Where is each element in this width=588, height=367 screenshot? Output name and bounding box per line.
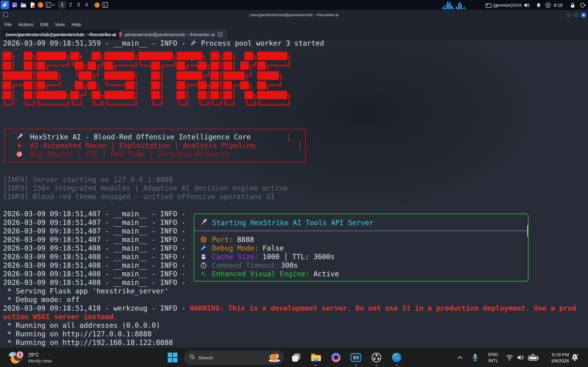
edge-icon[interactable] (391, 351, 403, 364)
log-line: 2026-03-09 09:18:51,408 - __main__ - INF… (3, 252, 185, 261)
tray-chevron-up-icon[interactable] (456, 351, 465, 364)
tab-bar: (venv)pentesterclub@pentesterclub: ~/hex… (0, 28, 588, 40)
menu-file[interactable]: File (4, 22, 12, 27)
menu-help[interactable]: Help (71, 22, 81, 27)
weather-widget[interactable]: 3 29°C Mostly clear (7, 348, 52, 367)
server-box-title: Starting HexStrike AI Tools API Server (212, 219, 373, 227)
file-manager-icon[interactable] (20, 2, 26, 8)
minimize-button[interactable] (566, 13, 571, 18)
search-placeholder: Search (198, 355, 267, 360)
terminal-titlebar[interactable]: $_ (venv)pentesterclub@pentesterclub: ~/… (0, 10, 588, 20)
text-editor-icon[interactable] (29, 2, 36, 8)
log-line: 2026-03-09 09:18:51,407 - __main__ - INF… (3, 210, 185, 218)
do-not-disturb-bell-icon[interactable]: Zz (570, 351, 581, 364)
server-box-row-timeout: Command Timeout: 300s (194, 261, 528, 270)
search-highlight-fox-image[interactable] (267, 351, 281, 364)
window-title: (venv)pentesterclub@pentesterclub: ~/hex… (0, 13, 588, 17)
logout-icon[interactable] (580, 2, 586, 8)
wifi-icon[interactable] (505, 351, 514, 364)
weather-temp: 29°C (28, 352, 52, 358)
firefox-window-button[interactable] (94, 2, 100, 8)
menu-actions[interactable]: Actions (18, 22, 33, 27)
task-view-button[interactable] (290, 351, 302, 364)
tab-venv-hexstrike[interactable]: (venv)pentesterclub@pentesterclub: ~/hex… (2, 29, 119, 39)
running-indicator (376, 365, 377, 366)
workspace-3[interactable]: 3 (74, 1, 82, 9)
log-message: Process pool worker 3 started (201, 39, 324, 47)
tab-close-icon[interactable]: ✕ (218, 32, 223, 37)
workspace-4[interactable]: 4 (82, 1, 90, 9)
hexstrike-banner-box: HexStrike AI - Blood-Red Offensive Intel… (4, 129, 306, 162)
menu-view[interactable]: View (55, 22, 65, 27)
server-box-row-visual: Enhanced Visual Engine: Active (194, 270, 528, 278)
kali-menu-button[interactable] (1, 1, 9, 9)
panel-clock[interactable]: 9:18 (554, 0, 563, 10)
port-label: Port: (212, 236, 233, 244)
search-box[interactable]: Search (184, 351, 284, 364)
speaker-icon[interactable] (516, 351, 525, 364)
taskbar-clock[interactable]: 8:19 PM 3/9/2026 (538, 352, 569, 364)
terminal-launcher-icon[interactable]: $_ (45, 2, 52, 8)
banner-bounty: Bug Bounty | CTF | Red Team | Zero-Day R… (30, 150, 230, 158)
copilot-icon[interactable] (330, 351, 342, 364)
svg-text:Z: Z (574, 355, 575, 359)
vmware-icon[interactable] (350, 351, 362, 364)
banner-title: HexStrike AI - Blood-Red Offensive Intel… (30, 133, 251, 141)
workspace-2[interactable]: 2 (67, 1, 74, 9)
flask-output: * Serving Flask app 'hexstrike_server' *… (3, 287, 576, 347)
terminal-window-button[interactable]: $_ (102, 2, 108, 8)
chevron-down-icon[interactable] (52, 2, 55, 8)
svg-text:$_: $_ (104, 4, 107, 7)
log-line: 2026-03-09 09:18:51,407 - __main__ - INF… (3, 227, 185, 235)
svg-text:z: z (577, 353, 578, 356)
file-explorer-icon[interactable] (310, 351, 322, 364)
stopwatch-icon (200, 262, 208, 269)
cpu-graph[interactable] (442, 1, 468, 10)
log-prefix: 2026-03-09 09:18:51,359 - __main__ - INF… (3, 39, 185, 47)
log-line: 2026-03-09 09:18:51,408 - __main__ - INF… (3, 278, 185, 287)
banner-row-recon: AI-Automated Recon | Exploitation | Anal… (5, 141, 305, 150)
weather-icon: 3 (9, 350, 24, 365)
warning-line: 2026-03-09 09:18:51,418 - werkzeug - INF… (3, 304, 576, 312)
lock-icon[interactable] (570, 2, 576, 8)
maximize-button[interactable] (574, 13, 579, 18)
workspace-1[interactable]: 1 (58, 1, 66, 9)
server-box-separator (194, 231, 528, 231)
port-value: 8888 (237, 236, 254, 244)
kali-dragon-icon (2, 1, 8, 9)
warning-line-wrap: uction WSGI server instead. (3, 312, 576, 321)
rocket-icon (15, 133, 23, 141)
weather-alert-badge: 3 (17, 351, 23, 358)
target-icon (15, 151, 23, 157)
close-button[interactable]: ✕ (581, 13, 586, 18)
microphone-icon[interactable] (471, 351, 480, 364)
log-line: 2026-03-09 09:18:51,408 - __main__ - INF… (3, 244, 185, 252)
running-indicator (315, 365, 316, 366)
firefox-icon[interactable] (37, 2, 44, 8)
floppy-icon (200, 254, 208, 260)
obs-studio-icon[interactable] (370, 351, 383, 364)
visual-engine-value: Active (314, 270, 339, 278)
api-server-box: Starting HexStrike AI Tools API Server P… (194, 214, 529, 282)
language-switcher[interactable]: ENG INTL (486, 351, 500, 364)
cache-size-label: Cache Size: (212, 253, 258, 261)
notifications-bell-icon[interactable] (536, 2, 542, 8)
power-manager-icon[interactable] (545, 2, 551, 8)
warning-text: WARNING: This is a development server. D… (190, 304, 576, 312)
info-line: [INFO] Server starting on 127.0.0.1:8888 (3, 175, 288, 184)
sparkles-icon (200, 271, 208, 277)
desktop-screen: $_ 1 2 3 4 $_ (genmon)XXX (0, 0, 588, 367)
volume-icon[interactable] (524, 2, 530, 8)
tab-hexstrike[interactable]: pentesterclub@pentesterclub: ~/hexstrike… (121, 29, 227, 39)
window-manager-icon[interactable] (12, 2, 18, 8)
banner-row-bounty: Bug Bounty | CTF | Red Team | Zero-Day R… (5, 150, 305, 158)
start-button[interactable] (166, 351, 179, 364)
server-box-row-debug: Debug Mode: False (194, 244, 528, 252)
clock-date: 3/9/2026 (538, 358, 569, 364)
warning-prefix: 2026-03-09 09:18:51,418 - werkzeug - INF… (3, 304, 190, 312)
visual-engine-label: Enhanced Visual Engine: (212, 270, 310, 278)
running-indicator (396, 365, 398, 366)
tab-label: (venv)pentesterclub@pentesterclub: ~/hex… (6, 32, 116, 37)
menu-edit[interactable]: Edit (40, 22, 48, 27)
display-icon[interactable] (485, 2, 491, 9)
